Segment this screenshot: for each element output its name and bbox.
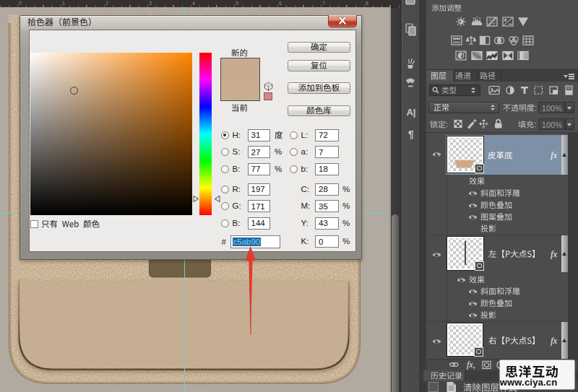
- svg-text:fx,: fx,: [467, 360, 475, 370]
